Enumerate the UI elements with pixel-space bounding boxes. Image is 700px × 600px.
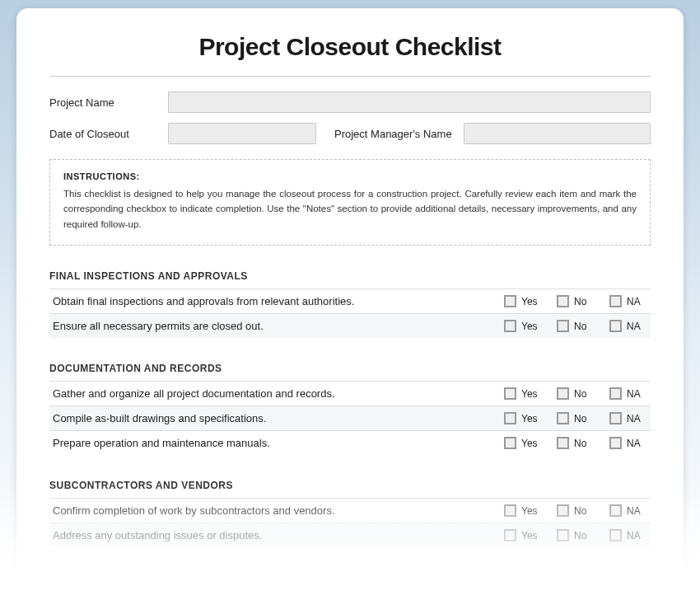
checkbox-no[interactable] xyxy=(557,320,569,332)
opt-label-no: No xyxy=(574,388,586,400)
option-na: NA xyxy=(609,504,647,517)
checkbox-no[interactable] xyxy=(557,437,569,449)
option-yes: Yes xyxy=(504,504,542,517)
opt-label-no: No xyxy=(574,505,586,517)
checkbox-no[interactable] xyxy=(557,504,569,517)
checkbox-na[interactable] xyxy=(609,412,622,424)
checkbox-yes[interactable] xyxy=(504,387,516,400)
option-no: No xyxy=(557,412,595,424)
opt-label-no: No xyxy=(574,296,586,307)
option-yes: Yes xyxy=(504,412,542,424)
section-heading: FINAL INSPECTIONS AND APPROVALS xyxy=(49,270,651,282)
opt-label-no: No xyxy=(574,321,586,332)
checklist-options: Yes No NA xyxy=(504,387,647,400)
project-name-label: Project Name xyxy=(49,96,156,109)
checkbox-yes[interactable] xyxy=(504,504,516,517)
option-no: No xyxy=(557,295,595,307)
option-yes: Yes xyxy=(504,437,542,449)
section-heading: DOCUMENTATION AND RECORDS xyxy=(49,363,651,374)
checklist-options: Yes No NA xyxy=(504,320,647,332)
checklist-row: Prepare operation and maintenance manual… xyxy=(49,430,651,455)
checkbox-yes[interactable] xyxy=(504,529,516,541)
checklist-row: Gather and organize all project document… xyxy=(49,381,651,405)
option-yes: Yes xyxy=(504,295,542,307)
checkbox-na[interactable] xyxy=(609,529,622,541)
checklist-row: Ensure all necessary permits are closed … xyxy=(49,313,651,338)
checklist-row: Obtain final inspections and approvals f… xyxy=(49,288,651,313)
pm-name-input[interactable] xyxy=(464,123,651,144)
closeout-date-input[interactable] xyxy=(168,123,316,144)
project-name-input[interactable] xyxy=(168,91,651,113)
section-documentation: DOCUMENTATION AND RECORDS Gather and org… xyxy=(49,363,651,455)
opt-label-no: No xyxy=(574,530,586,541)
document-page: Project Closeout Checklist Project Name … xyxy=(16,8,684,600)
option-na: NA xyxy=(609,387,647,400)
option-yes: Yes xyxy=(504,529,542,541)
checklist-options: Yes No NA xyxy=(504,295,647,307)
checklist-options: Yes No NA xyxy=(504,529,647,541)
instructions-heading: INSTRUCTIONS: xyxy=(63,171,637,181)
checklist-options: Yes No NA xyxy=(504,412,647,424)
option-no: No xyxy=(557,437,595,449)
checkbox-no[interactable] xyxy=(557,412,569,424)
option-no: No xyxy=(557,320,595,332)
opt-label-yes: Yes xyxy=(521,321,538,332)
instructions-body: This checklist is designed to help you m… xyxy=(63,186,637,232)
opt-label-na: NA xyxy=(627,321,641,332)
checklist-row: Confirm completion of work by subcontrac… xyxy=(49,498,651,523)
checkbox-yes[interactable] xyxy=(504,412,516,424)
title-rule xyxy=(49,76,651,77)
option-no: No xyxy=(557,387,595,400)
section-heading: SUBCONTRACTORS AND VENDORS xyxy=(49,480,651,491)
pm-name-label: Project Manager's Name xyxy=(334,128,452,140)
checkbox-na[interactable] xyxy=(609,295,622,307)
checklist-item-text: Confirm completion of work by subcontrac… xyxy=(53,504,504,517)
option-na: NA xyxy=(609,437,647,449)
option-na: NA xyxy=(609,295,647,307)
checkbox-yes[interactable] xyxy=(504,320,516,332)
checkbox-yes[interactable] xyxy=(504,437,516,449)
opt-label-yes: Yes xyxy=(521,388,538,400)
opt-label-na: NA xyxy=(627,438,641,449)
opt-label-na: NA xyxy=(627,530,641,541)
section-subcontractors: SUBCONTRACTORS AND VENDORS Confirm compl… xyxy=(49,480,651,547)
page-title: Project Closeout Checklist xyxy=(49,33,651,61)
checkbox-no[interactable] xyxy=(557,295,569,307)
opt-label-no: No xyxy=(574,438,586,449)
section-final-inspections: FINAL INSPECTIONS AND APPROVALS Obtain f… xyxy=(49,270,651,338)
opt-label-na: NA xyxy=(627,296,641,307)
checklist-item-text: Prepare operation and maintenance manual… xyxy=(53,437,504,449)
option-no: No xyxy=(557,504,595,517)
checklist-item-text: Ensure all necessary permits are closed … xyxy=(53,320,504,332)
opt-label-na: NA xyxy=(627,505,641,517)
opt-label-yes: Yes xyxy=(521,530,538,541)
checkbox-no[interactable] xyxy=(557,387,569,400)
checkbox-no[interactable] xyxy=(557,529,569,541)
instructions-box: INSTRUCTIONS: This checklist is designed… xyxy=(49,159,651,246)
option-na: NA xyxy=(609,320,647,332)
field-row-2: Date of Closeout Project Manager's Name xyxy=(49,123,651,144)
opt-label-yes: Yes xyxy=(521,413,538,424)
option-yes: Yes xyxy=(504,320,542,332)
opt-label-yes: Yes xyxy=(521,296,538,307)
option-na: NA xyxy=(609,412,647,424)
field-project-name: Project Name xyxy=(49,91,651,113)
opt-label-no: No xyxy=(574,413,586,424)
checklist-item-text: Gather and organize all project document… xyxy=(53,387,504,400)
option-na: NA xyxy=(609,529,647,541)
option-yes: Yes xyxy=(504,387,542,400)
checkbox-na[interactable] xyxy=(609,504,622,517)
opt-label-yes: Yes xyxy=(521,505,538,517)
checkbox-yes[interactable] xyxy=(504,295,516,307)
checkbox-na[interactable] xyxy=(609,320,622,332)
closeout-date-label: Date of Closeout xyxy=(49,128,156,140)
checklist-options: Yes No NA xyxy=(504,504,647,517)
checkbox-na[interactable] xyxy=(609,387,622,400)
checklist-item-text: Obtain final inspections and approvals f… xyxy=(53,295,504,307)
checklist-row: Address any outstanding issues or disput… xyxy=(49,523,651,547)
checklist-item-text: Compile as-built drawings and specificat… xyxy=(53,412,504,424)
opt-label-na: NA xyxy=(627,413,641,424)
checklist-row: Compile as-built drawings and specificat… xyxy=(49,405,651,430)
checkbox-na[interactable] xyxy=(609,437,622,449)
checklist-options: Yes No NA xyxy=(504,437,647,449)
